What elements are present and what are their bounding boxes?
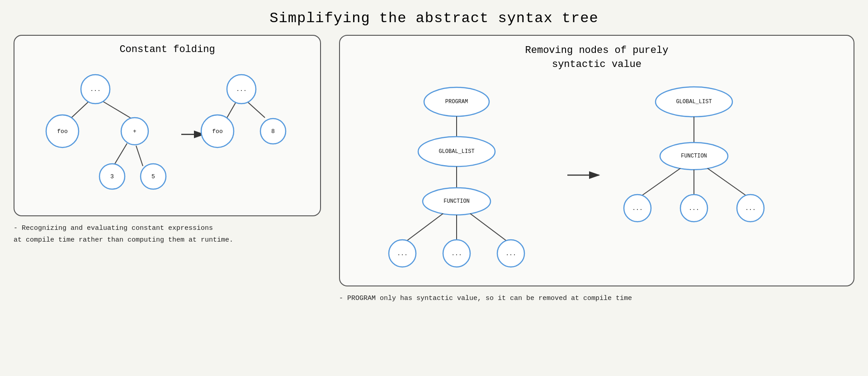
svg-text:8: 8: [271, 128, 275, 135]
svg-text:+: +: [133, 128, 137, 135]
constant-folding-title: Constant folding: [25, 44, 309, 55]
svg-text:...: ...: [236, 86, 246, 93]
main-content: Constant folding ... fo: [0, 35, 868, 304]
svg-line-50: [708, 168, 746, 195]
svg-text:PROGRAM: PROGRAM: [445, 99, 468, 105]
svg-text:...: ...: [90, 86, 100, 93]
svg-text:FUNCTION: FUNCTION: [443, 198, 470, 205]
right-panel: Removing nodes of purely syntactic value…: [339, 35, 854, 304]
svg-line-35: [470, 214, 506, 241]
svg-line-3: [113, 143, 127, 166]
constant-folding-note: - Recognizing and evaluating constant ex…: [14, 223, 321, 246]
svg-line-17: [246, 100, 265, 118]
svg-line-4: [136, 146, 143, 166]
svg-text:...: ...: [632, 205, 642, 211]
svg-line-2: [101, 100, 132, 119]
svg-line-16: [226, 100, 237, 119]
removing-nodes-note: - PROGRAM only has syntactic value, so i…: [339, 293, 854, 305]
removing-nodes-diagram: PROGRAM GLOBAL_LIST FUNCTION ...: [359, 76, 834, 275]
svg-text:...: ...: [397, 250, 407, 257]
svg-text:...: ...: [689, 205, 699, 211]
svg-line-48: [642, 168, 680, 195]
svg-text:foo: foo: [57, 128, 67, 135]
removing-nodes-title: Removing nodes of purely syntactic value: [351, 44, 843, 72]
svg-text:3: 3: [110, 173, 114, 180]
svg-text:5: 5: [151, 173, 155, 180]
svg-text:...: ...: [505, 250, 516, 257]
svg-text:FUNCTION: FUNCTION: [681, 153, 707, 159]
removing-nodes-box: Removing nodes of purely syntactic value…: [339, 35, 854, 286]
svg-text:...: ...: [451, 250, 462, 257]
svg-text:foo: foo: [212, 128, 222, 135]
svg-text:GLOBAL_LIST: GLOBAL_LIST: [676, 99, 712, 105]
svg-line-33: [407, 214, 443, 241]
constant-folding-diagram: ... foo + 3 5: [25, 60, 315, 205]
svg-text:GLOBAL_LIST: GLOBAL_LIST: [439, 148, 474, 155]
page-title: Simplifying the abstract syntax tree: [0, 0, 868, 35]
svg-text:...: ...: [745, 205, 755, 211]
left-panel: Constant folding ... fo: [14, 35, 321, 246]
constant-folding-box: Constant folding ... fo: [14, 35, 321, 216]
